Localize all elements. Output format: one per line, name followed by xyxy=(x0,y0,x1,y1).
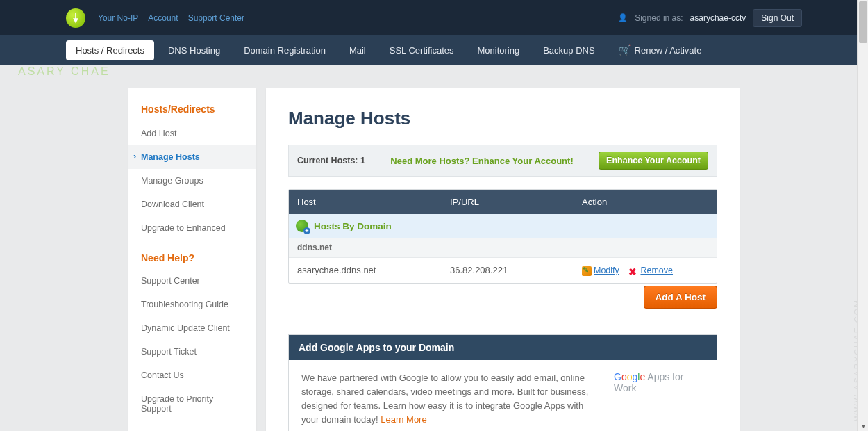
col-action: Action xyxy=(574,190,717,214)
scrollbar-thumb[interactable] xyxy=(859,1,867,43)
page-title: Manage Hosts xyxy=(288,108,717,129)
topbar: Your No-IP Account Support Center 👤 Sign… xyxy=(0,0,868,35)
sidebar-item-manage-groups[interactable]: Manage Groups xyxy=(128,169,256,193)
sidebar-item-add-host[interactable]: Add Host xyxy=(128,122,256,145)
tab-dns-hosting[interactable]: DNS Hosting xyxy=(158,40,230,60)
add-host-button[interactable]: Add A Host xyxy=(644,286,718,309)
delete-icon: ✖ xyxy=(628,266,638,276)
tab-renew-activate[interactable]: 🛒 Renew / Activate xyxy=(609,40,712,60)
learn-more-link[interactable]: Learn More xyxy=(381,414,426,425)
tab-ssl-certificates[interactable]: SSL Certificates xyxy=(380,40,464,60)
top-links: Your No-IP Account Support Center xyxy=(98,13,244,23)
main-nav: Hosts / Redirects DNS Hosting Domain Reg… xyxy=(0,35,868,65)
sidebar-section-help: Need Help? xyxy=(128,240,256,269)
hosts-by-domain-label: Hosts By Domain xyxy=(314,221,392,231)
host-actions-cell: Modify ✖Remove xyxy=(574,258,717,283)
google-apps-header: Add Google Apps to your Domain xyxy=(289,335,717,360)
scroll-down-arrow[interactable]: ▾ xyxy=(859,421,867,430)
vertical-scrollbar[interactable]: ▾ xyxy=(857,0,868,431)
sidebar-item-troubleshooting[interactable]: Troubleshooting Guide xyxy=(128,293,256,316)
sidebar-item-support-ticket[interactable]: Support Ticket xyxy=(128,340,256,364)
tab-renew-label: Renew / Activate xyxy=(635,45,702,56)
signed-in-label: Signed in as: xyxy=(635,13,683,23)
host-row: asarychae.ddns.net 36.82.208.221 Modify … xyxy=(289,257,717,283)
tab-domain-registration[interactable]: Domain Registration xyxy=(234,40,335,60)
main-content: Manage Hosts Current Hosts: 1 Need More … xyxy=(266,88,740,431)
username[interactable]: asarychae-cctv xyxy=(690,13,746,23)
tab-backup-dns[interactable]: Backup DNS xyxy=(533,40,604,60)
tab-mail[interactable]: Mail xyxy=(340,40,376,60)
user-icon: 👤 xyxy=(618,13,628,22)
modify-link[interactable]: Modify xyxy=(594,266,619,275)
sidebar-item-support-center[interactable]: Support Center xyxy=(128,269,256,293)
hosts-table: Host IP/URL Action Hosts By Domain ddns.… xyxy=(288,189,717,284)
sidebar-item-manage-hosts[interactable]: Manage Hosts xyxy=(128,145,256,169)
sidebar: Hosts/Redirects Add Host Manage Hosts Ma… xyxy=(128,88,256,431)
edit-icon xyxy=(582,266,592,276)
cart-icon: 🛒 xyxy=(619,44,631,56)
sidebar-item-dynamic-update[interactable]: Dynamic Update Client xyxy=(128,316,256,340)
tab-monitoring[interactable]: Monitoring xyxy=(467,40,529,60)
table-header: Host IP/URL Action xyxy=(289,190,717,214)
watermark-left: ASARY CHAE xyxy=(18,65,110,78)
sign-out-button[interactable]: Sign Out xyxy=(753,9,802,27)
enhance-account-button[interactable]: Enhance Your Account xyxy=(599,152,708,170)
need-more-hosts-text: Need More Hosts? Enhance Your Account! xyxy=(375,156,589,166)
google-apps-panel: Add Google Apps to your Domain We have p… xyxy=(288,334,717,431)
google-apps-text: We have partnered with Google to allow y… xyxy=(301,371,600,428)
top-link-support-center[interactable]: Support Center xyxy=(188,13,244,23)
hosts-by-domain-row[interactable]: Hosts By Domain xyxy=(289,214,717,238)
globe-add-icon xyxy=(296,220,308,232)
google-apps-logo: Google Apps for Work xyxy=(614,371,704,393)
sidebar-item-upgrade-priority[interactable]: Upgrade to Priority Support xyxy=(128,387,256,421)
col-host: Host xyxy=(289,190,442,214)
col-ip: IP/URL xyxy=(442,190,574,214)
current-hosts-label: Current Hosts: 1 xyxy=(297,156,365,165)
sidebar-item-download-client[interactable]: Download Client xyxy=(128,193,256,216)
domain-group-row[interactable]: ddns.net xyxy=(289,238,717,257)
remove-link[interactable]: Remove xyxy=(640,266,673,275)
current-hosts-count: 1 xyxy=(360,156,365,165)
host-name-cell: asarychae.ddns.net xyxy=(289,258,442,283)
hosts-notice: Current Hosts: 1 Need More Hosts? Enhanc… xyxy=(288,145,717,177)
host-ip-cell: 36.82.208.221 xyxy=(442,258,574,283)
sidebar-item-upgrade-enhanced[interactable]: Upgrade to Enhanced xyxy=(128,216,256,240)
tab-hosts-redirects[interactable]: Hosts / Redirects xyxy=(66,40,154,60)
sidebar-item-contact-us[interactable]: Contact Us xyxy=(128,364,256,387)
sidebar-section-hosts: Hosts/Redirects xyxy=(128,104,256,122)
top-link-your-noip[interactable]: Your No-IP xyxy=(98,13,138,23)
top-link-account[interactable]: Account xyxy=(148,13,178,23)
noip-logo[interactable] xyxy=(66,8,85,28)
